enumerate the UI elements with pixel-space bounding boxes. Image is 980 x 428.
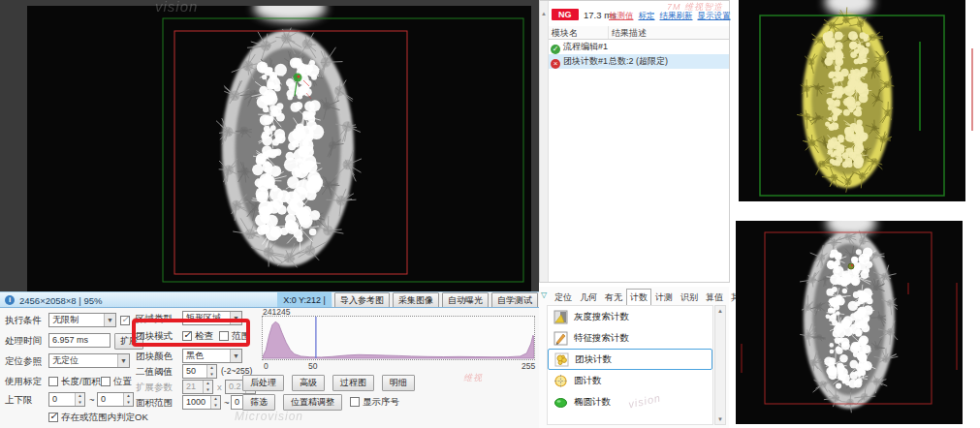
- action-button-高级[interactable]: 高级: [292, 375, 325, 391]
- calibration-label: 使用标定: [5, 376, 42, 388]
- spinner-arrows[interactable]: ▲▼: [210, 396, 220, 409]
- threshold-spinner[interactable]: 50▲▼: [182, 364, 217, 379]
- area-range-label: 面积范围: [136, 397, 173, 410]
- circle-icon: [553, 374, 568, 388]
- result-links: 检测值标定结果刷新显示设置: [609, 11, 731, 22]
- status-buttons: 导入参考图采集图像自动曝光自学测试: [332, 292, 539, 308]
- result-link-1[interactable]: 标定: [639, 11, 655, 22]
- position-ref-select[interactable]: 无定位▼: [48, 353, 130, 368]
- region-type-select[interactable]: 矩形区域▼: [182, 311, 242, 325]
- calib-position-checkbox[interactable]: 位置: [101, 376, 132, 388]
- process-time-label: 处理时间: [5, 335, 42, 348]
- tool-item-label: 团块计数: [575, 353, 612, 366]
- spinner-arrows[interactable]: ▲▼: [206, 365, 216, 378]
- mode-check-checkbox[interactable]: 检查: [182, 330, 213, 343]
- action-button-明细[interactable]: 明细: [382, 375, 415, 391]
- show-index-checkbox[interactable]: 显示序号: [350, 396, 399, 409]
- exec-condition-select[interactable]: 无限制▼: [48, 313, 116, 327]
- histogram[interactable]: [262, 316, 535, 360]
- blob-icon: [554, 352, 569, 367]
- status-button-3[interactable]: 自学测试: [491, 292, 538, 309]
- image-info: 2456×2058×8 | 95%: [19, 295, 102, 306]
- tool-item-圆计数[interactable]: 圆计数: [548, 370, 712, 391]
- tool-item-灰度搜索计数[interactable]: 灰度搜索计数: [548, 306, 712, 327]
- histogram-tick: 50: [308, 361, 317, 371]
- status-button-2[interactable]: 自动曝光: [442, 292, 489, 309]
- chevron-down-icon: ▼: [230, 350, 241, 362]
- module-name: 流程编辑#1: [563, 42, 608, 51]
- extend-params-label: 扩展参数: [136, 382, 173, 394]
- scroll-up-icon[interactable]: ▲: [717, 306, 723, 316]
- gray-search-icon: [553, 310, 568, 324]
- extend-v1-spinner[interactable]: 21▲▼: [182, 380, 213, 394]
- limit-low-spinner[interactable]: 0▲▼: [48, 392, 85, 407]
- red-marker-line: [971, 48, 973, 131]
- process-time-field[interactable]: 6.957 ms: [48, 333, 111, 348]
- status-bar: i 2456×2058×8 | 95% X:0 Y:212 | V:5 导入参考…: [0, 291, 539, 307]
- inspection-image[interactable]: [27, 6, 531, 291]
- tool-list: 灰度搜索计数特征搜索计数团块计数圆计数椭圆计数: [547, 305, 713, 425]
- region-type-label: 区域类型: [136, 313, 173, 325]
- info-icon: i: [5, 295, 15, 305]
- main-image-viewer[interactable]: [0, 0, 539, 291]
- chevron-down-icon: ▼: [117, 354, 129, 367]
- status-badge: NG: [552, 9, 579, 20]
- tool-list-scrollbar[interactable]: ▲ ▼: [714, 305, 726, 425]
- result-desc: 总数:2 (超限定): [609, 55, 729, 68]
- app-root: i 2456×2058×8 | 95% X:0 Y:212 | V:5 导入参考…: [0, 0, 980, 428]
- exec-condition-label: 执行条件: [5, 315, 42, 327]
- table-row[interactable]: ✓流程编辑#1: [549, 40, 729, 54]
- scroll-down-icon[interactable]: ▼: [717, 414, 723, 424]
- exec-condition-value: 无限制: [52, 315, 79, 324]
- result-link-0[interactable]: 检测值: [609, 11, 634, 22]
- table-row[interactable]: ×团块计数#1总数:2 (超限定): [549, 54, 729, 69]
- tool-item-label: 灰度搜索计数: [574, 311, 629, 323]
- cross-icon: ×: [551, 59, 560, 69]
- threshold-label: 二值阈值: [136, 366, 173, 379]
- area-v1-spinner[interactable]: 1000▲▼: [182, 395, 221, 410]
- mode-range-checkbox[interactable]: 范围: [219, 330, 250, 343]
- status-button-1[interactable]: 采集图像: [393, 292, 439, 309]
- result-link-2[interactable]: 结果刷新: [660, 11, 693, 22]
- blob-color-select[interactable]: 黑色▼: [182, 349, 242, 363]
- tools-panel: ▽ 定位几何有无计数计测识别算值其它 灰度搜索计数特征搜索计数团块计数圆计数椭圆…: [539, 287, 729, 428]
- thumbnail-binary-overlay[interactable]: [739, 0, 965, 201]
- cursor-coordinates: X:0 Y:212 | V:5: [277, 292, 332, 308]
- tool-item-团块计数[interactable]: 团块计数: [548, 349, 712, 370]
- action-button-过程图[interactable]: 过程图: [332, 375, 374, 391]
- check-icon: ✓: [551, 45, 560, 54]
- status-button-0[interactable]: 导入参考图: [334, 292, 390, 309]
- action-button-筛选[interactable]: 筛选: [242, 394, 275, 411]
- feature-search-icon: [553, 331, 568, 346]
- result-link-3[interactable]: 显示设置: [698, 11, 731, 22]
- tool-item-椭圆计数[interactable]: 椭圆计数: [548, 391, 712, 413]
- blob-color-label: 团块颜色: [136, 351, 173, 363]
- histogram-tick: 255: [522, 361, 535, 371]
- tool-item-label: 椭圆计数: [574, 396, 611, 409]
- judge-ok-checkbox[interactable]: 存在或范围内判定OK: [48, 412, 148, 424]
- blob-mode-label: 团块模式: [136, 330, 173, 343]
- results-panel: ▲ NG 17.3 ms 检测值标定结果刷新显示设置 模块名 结果描述 ✓流程编…: [539, 0, 730, 283]
- tilde-label: ~: [89, 394, 95, 405]
- thumbnail-source-image[interactable]: [736, 221, 963, 424]
- spinner-arrows[interactable]: ▲▼: [123, 393, 133, 406]
- brush-image: [27, 6, 531, 291]
- x-label: x: [217, 382, 222, 392]
- brush-image-yellow: [739, 0, 965, 201]
- tool-item-特征搜索计数[interactable]: 特征搜索计数: [548, 327, 712, 349]
- position-ref-value: 无定位: [52, 355, 79, 365]
- tool-item-label: 特征搜索计数: [574, 332, 629, 345]
- spinner-arrows[interactable]: ▲▼: [203, 381, 212, 393]
- spinner-arrows[interactable]: ▲▼: [75, 393, 84, 406]
- action-button-位置精调整[interactable]: 位置精调整: [283, 394, 342, 411]
- col-module-name: 模块名: [549, 26, 609, 39]
- collapse-strip[interactable]: ▲: [540, 1, 549, 282]
- chevron-down-icon: ▼: [104, 314, 115, 326]
- tilde-label: ~: [224, 397, 230, 408]
- collapse-chevron-icon[interactable]: ▽: [541, 290, 547, 299]
- limit-high-spinner[interactable]: 0▲▼: [97, 392, 134, 407]
- calib-length-area-checkbox[interactable]: 长度/面积: [48, 376, 101, 388]
- histogram-plot: [263, 317, 534, 359]
- action-button-后处理[interactable]: 后处理: [242, 375, 284, 391]
- parameters-panel: 执行条件 无限制▼ OK 处理时间 6.957 ms 扩展 定位参照 无定位▼ …: [0, 307, 539, 428]
